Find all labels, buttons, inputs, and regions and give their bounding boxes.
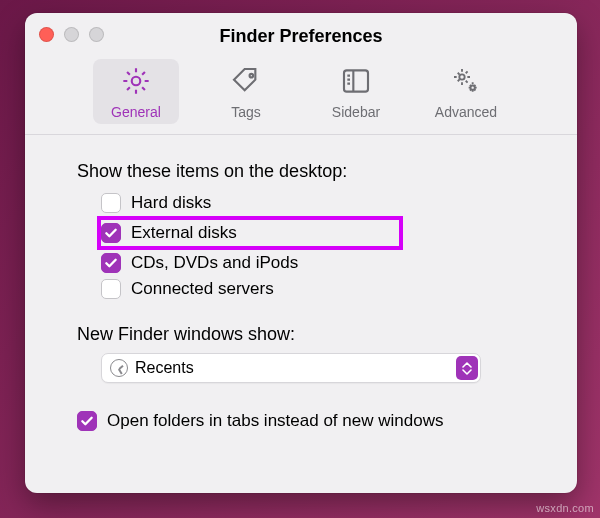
new-window-heading: New Finder windows show: (77, 324, 545, 345)
tab-label: General (111, 104, 161, 120)
tag-icon (230, 65, 262, 100)
checkbox-icon (101, 223, 121, 243)
tab-label: Sidebar (332, 104, 380, 120)
checkbox-label: Open folders in tabs instead of new wind… (107, 411, 443, 431)
desktop-items-list: Hard disks External disks CDs, DVDs and … (101, 190, 545, 302)
recents-icon (110, 359, 128, 377)
preferences-window: Finder Preferences General Tags (25, 13, 577, 493)
checkbox-connected-servers[interactable]: Connected servers (101, 276, 545, 302)
checkbox-icon (101, 193, 121, 213)
tab-general[interactable]: General (93, 59, 179, 124)
svg-rect-2 (344, 70, 368, 91)
svg-point-1 (250, 74, 253, 77)
gear-icon (120, 65, 152, 100)
checkbox-icon (77, 411, 97, 431)
checkbox-label: Connected servers (131, 279, 274, 299)
tab-sidebar[interactable]: Sidebar (313, 59, 399, 124)
svg-point-0 (132, 77, 141, 86)
general-pane: Show these items on the desktop: Hard di… (25, 135, 577, 451)
new-window-select[interactable]: Recents (101, 353, 481, 383)
preferences-toolbar: General Tags Sidebar (25, 59, 577, 135)
checkbox-hard-disks[interactable]: Hard disks (101, 190, 545, 216)
checkbox-external-disks[interactable]: External disks (97, 216, 403, 250)
tab-label: Tags (231, 104, 261, 120)
tab-tags[interactable]: Tags (203, 59, 289, 124)
checkbox-label: Hard disks (131, 193, 211, 213)
tab-advanced[interactable]: Advanced (423, 59, 509, 124)
checkbox-label: External disks (131, 223, 237, 243)
gears-icon (450, 65, 482, 100)
zoom-window-button[interactable] (89, 27, 104, 42)
checkbox-cds-dvds-ipods[interactable]: CDs, DVDs and iPods (101, 250, 545, 276)
window-controls (39, 27, 104, 42)
chevron-up-down-icon (456, 356, 478, 380)
watermark-text: wsxdn.com (536, 502, 594, 514)
tab-label: Advanced (435, 104, 497, 120)
checkbox-label: CDs, DVDs and iPods (131, 253, 298, 273)
svg-point-3 (459, 74, 464, 79)
sidebar-icon (340, 65, 372, 100)
minimize-window-button[interactable] (64, 27, 79, 42)
checkbox-open-in-tabs[interactable]: Open folders in tabs instead of new wind… (77, 411, 545, 431)
checkbox-icon (101, 253, 121, 273)
close-window-button[interactable] (39, 27, 54, 42)
select-value: Recents (135, 359, 456, 377)
titlebar: Finder Preferences (25, 13, 577, 59)
window-title: Finder Preferences (219, 26, 382, 47)
checkbox-icon (101, 279, 121, 299)
desktop-items-heading: Show these items on the desktop: (77, 161, 545, 182)
